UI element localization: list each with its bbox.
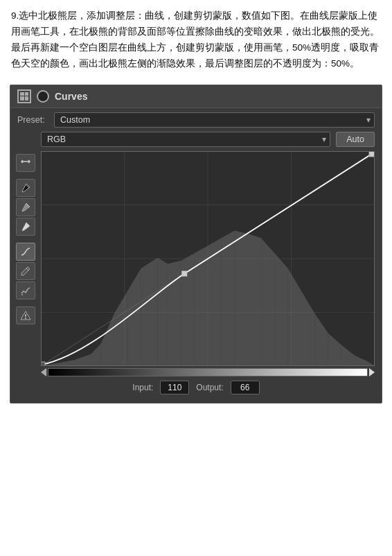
output-label: Output: [196, 383, 223, 392]
curves-title: Curves [55, 91, 87, 102]
gradient-bar-area [41, 366, 375, 376]
curve-tool[interactable] [16, 243, 35, 261]
curves-header: Curves [10, 85, 382, 108]
output-value[interactable]: 66 [231, 381, 260, 394]
graph-area [41, 151, 375, 376]
smooth-tool[interactable] [16, 281, 35, 299]
channel-select[interactable]: RGB Red Green Blue [41, 132, 330, 147]
input-value[interactable]: 110 [160, 381, 189, 394]
eyedropper-white-tool[interactable] [16, 218, 35, 236]
left-triangle[interactable] [41, 368, 46, 376]
eyedropper-black-tool[interactable] [16, 179, 35, 197]
preset-row: Preset: Custom Default Strong Contrast L… [10, 108, 382, 130]
text-block: 9.选中北极熊层，添加调整层：曲线，创建剪切蒙版，数值如下图。在曲线层蒙版上使用… [0, 0, 392, 79]
graph-canvas-wrapper [41, 151, 375, 366]
circle-icon [37, 90, 49, 103]
eyedropper-gray-tool[interactable] [16, 198, 35, 216]
channel-selector-tool[interactable] [16, 154, 35, 172]
io-row: Input: 110 Output: 66 [10, 376, 382, 397]
preset-select-wrapper[interactable]: Custom Default Strong Contrast Linear Co… [54, 112, 375, 128]
curves-canvas[interactable] [41, 151, 375, 366]
svg-point-8 [25, 318, 26, 319]
warning-tool[interactable] [16, 306, 35, 324]
preset-select[interactable]: Custom Default Strong Contrast Linear Co… [54, 112, 375, 128]
channel-select-wrapper[interactable]: RGB Red Green Blue [41, 132, 330, 147]
auto-button[interactable]: Auto [336, 132, 375, 147]
curves-panel: Curves Preset: Custom Default Strong Con… [10, 85, 382, 403]
curves-main [10, 151, 382, 376]
right-triangle[interactable] [369, 368, 375, 376]
channel-row: RGB Red Green Blue Auto [10, 130, 382, 151]
input-label: Input: [132, 383, 153, 392]
tools-column [13, 151, 38, 376]
instruction-text: 9.选中北极熊层，添加调整层：曲线，创建剪切蒙版，数值如下图。在曲线层蒙版上使用… [11, 10, 380, 69]
gradient-bar [48, 368, 368, 376]
grid-icon [17, 89, 31, 103]
pencil-tool[interactable] [16, 262, 35, 280]
preset-label: Preset: [17, 115, 48, 125]
